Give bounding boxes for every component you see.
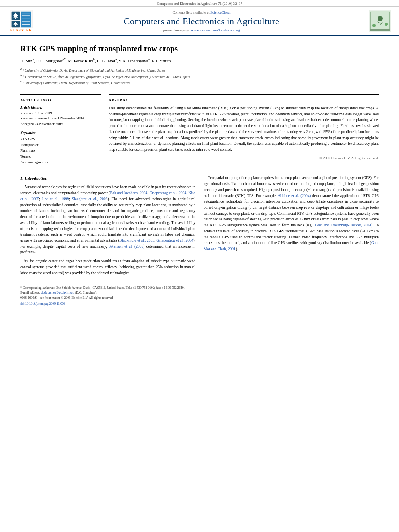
info-abstract-section: ARTICLE INFO Article history: Received 8…	[0, 90, 399, 169]
affiliation-c: c ᶜ University of California, Davis, Dep…	[20, 79, 379, 86]
accepted-date: Accepted 24 November 2009	[20, 121, 101, 127]
affiliation-a: a ᵃ University of California, Davis, Dep…	[20, 67, 379, 73]
svg-point-21	[385, 23, 388, 26]
keyword-1: RTK GPS	[20, 136, 101, 142]
abstract-column: ABSTRACT This study demonstrated the fea…	[109, 94, 379, 165]
journal-citation: Computers and Electronics in Agriculture…	[157, 2, 242, 6]
affiliations-block: a ᵃ University of California, Davis, Dep…	[20, 67, 379, 86]
article-history-label: Article history:	[20, 105, 101, 109]
abstract-text: This study demonstrated the feasibility …	[109, 105, 379, 153]
intro-para-1: Automated technologies for agricultural …	[20, 184, 195, 255]
section1-heading: 1. Introduction	[20, 175, 195, 182]
intro-para-3: Geospatial mapping of crop plants requir…	[204, 175, 379, 252]
abstract-title: ABSTRACT	[109, 98, 379, 102]
article-info-column: ARTICLE INFO Article history: Received 8…	[20, 94, 101, 165]
homepage-prefix: journal homepage:	[163, 28, 191, 32]
journal-header: ELSEVIER Contents lists available at Sci…	[0, 7, 399, 36]
elsevier-text: ELSEVIER	[10, 28, 32, 32]
keyword-3: Plant map	[20, 148, 101, 153]
issn-text: 0168-1699/$ – see front matter © 2009 El…	[20, 296, 114, 300]
article-authors: H. Suna, D.C. Slaughtera*, M. Pérez Ruiz…	[20, 57, 379, 64]
journal-homepage-line: journal homepage: www.elsevier.com/locat…	[34, 28, 369, 32]
affiliation-b: b ᵇ Universidad de Sevilla, Área de Inge…	[20, 73, 379, 80]
homepage-link[interactable]: www.elsevier.com/locate/compag	[191, 28, 240, 32]
keyword-5: Precision agriculture	[20, 159, 101, 165]
svg-point-16	[378, 16, 383, 21]
doi-link[interactable]: doi:10.1016/j.compag.2009.11.006	[20, 302, 65, 306]
sciencedirect-link[interactable]: ScienceDirect	[210, 10, 230, 14]
elsevier-logo: ELSEVIER	[8, 10, 34, 32]
keyword-2: Transplanter	[20, 142, 101, 148]
keyword-4: Tomato	[20, 154, 101, 159]
issn-line: 0168-1699/$ – see front matter © 2009 El…	[0, 295, 399, 301]
svg-rect-6	[15, 18, 16, 19]
keywords-label: Keywords:	[20, 131, 101, 135]
contents-line: Contents lists available at ScienceDirec…	[34, 10, 369, 14]
body-right-column: Geospatial mapping of crop plants requir…	[204, 175, 379, 279]
article-header: RTK GPS mapping of transplanted row crop…	[0, 36, 399, 90]
contents-prefix: Contents lists available at	[173, 10, 210, 14]
svg-rect-8	[15, 25, 16, 26]
journal-title-block: Contents lists available at ScienceDirec…	[34, 10, 369, 32]
revised-date: Received in revised form 1 November 2009	[20, 116, 101, 121]
svg-point-20	[372, 24, 376, 27]
body-left-column: 1. Introduction Automated technologies f…	[20, 175, 195, 279]
received-date: Received 8 June 2009	[20, 111, 101, 116]
star-footnote: * Corresponding author at: One Shields A…	[20, 286, 379, 290]
article-title: RTK GPS mapping of transplanted row crop…	[20, 43, 379, 54]
journal-thumbnail	[369, 10, 391, 32]
svg-rect-22	[370, 29, 390, 31]
top-bar: Computers and Electronics in Agriculture…	[0, 0, 399, 7]
footnote-section: * Corresponding author at: One Shields A…	[20, 283, 379, 295]
body-section: 1. Introduction Automated technologies f…	[0, 169, 399, 283]
copyright-line: © 2009 Elsevier B.V. All rights reserved…	[109, 156, 379, 160]
doi-line: doi:10.1016/j.compag.2009.11.006	[0, 301, 399, 307]
email-footnote: E-mail address: dcslaughter@ucdavis.edu …	[20, 290, 379, 295]
journal-main-title: Computers and Electronics in Agriculture	[34, 16, 369, 27]
article-info-title: ARTICLE INFO	[20, 98, 101, 102]
intro-para-2: ity for organic carrot and sugar beet pr…	[20, 258, 195, 276]
